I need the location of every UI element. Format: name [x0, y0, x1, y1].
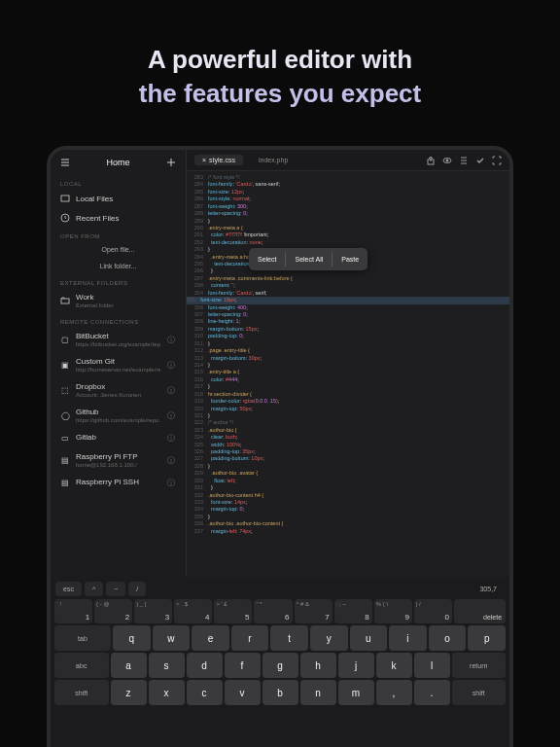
- menu-paste[interactable]: Paste: [332, 252, 368, 267]
- sidebar-item-local-files[interactable]: Local Files: [51, 189, 186, 208]
- key-v[interactable]: v: [225, 680, 261, 705]
- sidebar-item-remote[interactable]: ⬚DropboxAccount: James Kuronenⓘ: [51, 377, 186, 403]
- svg-point-5: [446, 160, 448, 161]
- key-return[interactable]: return: [452, 653, 507, 678]
- share-icon[interactable]: [426, 156, 436, 165]
- key-tilde[interactable]: ~: [106, 582, 125, 596]
- key-x[interactable]: x: [149, 680, 185, 705]
- sidebar-item-remote[interactable]: ◯Githubhttps://github.com/example/repo.g…: [51, 403, 186, 428]
- key[interactable]: % ( \9: [374, 599, 412, 623]
- key-o[interactable]: o: [429, 625, 467, 651]
- key-esc[interactable]: esc: [55, 582, 82, 596]
- info-icon[interactable]: ⓘ: [166, 410, 176, 420]
- section-local: LOCAL: [51, 175, 186, 189]
- cursor-position: 305,7: [472, 582, 505, 596]
- key-slash[interactable]: /: [128, 582, 146, 596]
- key-.[interactable]: .: [414, 680, 450, 705]
- info-icon[interactable]: ⓘ: [166, 478, 176, 487]
- key-m[interactable]: m: [338, 680, 374, 705]
- sidebar-item-remote[interactable]: ▭Gitlabⓘ: [51, 428, 186, 447]
- info-icon[interactable]: ⓘ: [166, 360, 176, 370]
- tab-index-php[interactable]: index.php: [251, 155, 296, 165]
- svg-rect-0: [61, 196, 69, 201]
- key-tab[interactable]: tab: [54, 625, 111, 651]
- section-open-from: OPEN FROM: [51, 228, 186, 241]
- key[interactable]: < . $4: [174, 599, 212, 623]
- expand-icon[interactable]: [492, 156, 502, 165]
- hero-title: A powerful editor with the features you …: [29, 43, 531, 111]
- close-icon[interactable]: ×: [202, 157, 206, 163]
- list-icon[interactable]: [459, 156, 469, 165]
- key[interactable]: { - @2: [94, 599, 132, 623]
- key[interactable]: ` !1: [54, 599, 92, 623]
- check-icon[interactable]: [475, 156, 485, 165]
- link-folder-button[interactable]: Link folder...: [51, 258, 186, 274]
- clock-icon: [60, 213, 70, 223]
- keyboard: esc ^ ~ / 305,7 ` !1{ - @2} _ [3< . $4> …: [51, 577, 509, 747]
- key-y[interactable]: y: [310, 625, 348, 651]
- key-caret[interactable]: ^: [85, 582, 103, 596]
- key[interactable]: delete: [454, 599, 506, 623]
- key-j[interactable]: j: [338, 653, 374, 678]
- key-r[interactable]: r: [231, 625, 269, 651]
- key[interactable]: ^ # &7: [295, 599, 332, 623]
- key-q[interactable]: q: [113, 625, 151, 651]
- sidebar-title: Home: [106, 158, 129, 167]
- key-e[interactable]: e: [192, 625, 229, 651]
- key-u[interactable]: u: [350, 625, 388, 651]
- tab-bar: ×style.css index.php: [187, 150, 509, 171]
- key-p[interactable]: p: [468, 625, 506, 651]
- info-icon[interactable]: ⓘ: [166, 455, 176, 465]
- remote-icon: ▤: [60, 478, 70, 487]
- menu-select-all[interactable]: Select All: [286, 252, 332, 267]
- sidebar-item-work[interactable]: WorkExternal folder: [51, 288, 186, 313]
- key-t[interactable]: t: [270, 625, 308, 651]
- remote-icon: ▣: [60, 360, 70, 370]
- key-d[interactable]: d: [187, 653, 223, 678]
- sidebar-item-recent-files[interactable]: Recent Files: [51, 208, 186, 228]
- menu-select[interactable]: Select: [249, 252, 286, 267]
- key-i[interactable]: i: [389, 625, 427, 651]
- key-k[interactable]: k: [376, 653, 412, 678]
- key-abc[interactable]: abc: [54, 653, 109, 678]
- info-icon[interactable]: ⓘ: [166, 433, 176, 443]
- key-f[interactable]: f: [225, 653, 261, 678]
- key-z[interactable]: z: [111, 680, 147, 705]
- add-icon[interactable]: [166, 158, 176, 167]
- sidebar-item-remote[interactable]: ▤Raspberry Pi FTPhome@192.168.1.100:/ⓘ: [51, 447, 186, 473]
- key[interactable]: : ; ~8: [334, 599, 372, 623]
- remote-icon: ▤: [60, 455, 70, 465]
- key[interactable]: | /0: [414, 599, 452, 623]
- key-a[interactable]: a: [111, 653, 147, 678]
- menu-icon[interactable]: [60, 158, 70, 167]
- key[interactable]: } _ [3: [134, 599, 172, 623]
- key-,[interactable]: ,: [376, 680, 412, 705]
- key[interactable]: " *6: [254, 599, 292, 623]
- info-icon[interactable]: ⓘ: [166, 385, 176, 395]
- info-icon[interactable]: ⓘ: [166, 335, 176, 344]
- key-shift[interactable]: shift: [54, 680, 109, 705]
- key-l[interactable]: l: [414, 653, 450, 678]
- sidebar-item-remote[interactable]: ▢BitBuckethttps://bitbucket.org/example/…: [51, 327, 186, 352]
- svg-rect-2: [61, 299, 69, 303]
- folder-icon: [60, 194, 70, 203]
- sidebar-item-remote[interactable]: ▤Raspberry Pi SSHⓘ: [51, 473, 186, 492]
- key-w[interactable]: w: [153, 625, 191, 651]
- key-shift[interactable]: shift: [452, 680, 507, 705]
- key-n[interactable]: n: [300, 680, 336, 705]
- context-menu: Select Select All Paste: [249, 248, 368, 270]
- key[interactable]: > ' £5: [214, 599, 252, 623]
- tab-style-css[interactable]: ×style.css: [194, 155, 243, 165]
- hero-banner: A powerful editor with the features you …: [0, 0, 560, 138]
- key-s[interactable]: s: [149, 653, 185, 678]
- key-g[interactable]: g: [262, 653, 298, 678]
- device-frame: Home LOCAL Local Files Recent Files OPEN…: [47, 146, 513, 747]
- remote-icon: ◯: [60, 410, 70, 420]
- open-file-button[interactable]: Open file...: [51, 241, 186, 258]
- key-h[interactable]: h: [300, 653, 336, 678]
- remote-icon: ▢: [60, 335, 70, 344]
- sidebar-item-remote[interactable]: ▣Custom Githttp://homeserver.net/example…: [51, 352, 186, 377]
- key-b[interactable]: b: [262, 680, 298, 705]
- preview-icon[interactable]: [442, 156, 452, 165]
- key-c[interactable]: c: [187, 680, 223, 705]
